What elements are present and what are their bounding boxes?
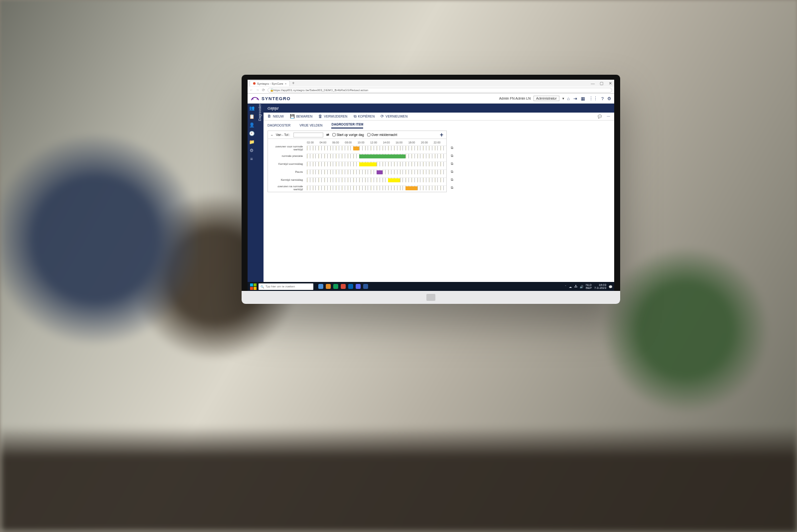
windows-taskbar: 🔍 Typ hier om te zoeken ˄ ☁ 🖧 🔊 NLD B	[248, 282, 614, 291]
role-select[interactable]: Administrator	[533, 96, 559, 101]
row-copy-icon[interactable]: ⧉	[451, 154, 453, 158]
time-header: 02:0004:0006:0008:0010:0012:0014:0016:00…	[307, 139, 446, 144]
schedule-bar[interactable]	[353, 146, 359, 150]
tray-cloud-icon[interactable]: ☁	[569, 285, 572, 288]
close-button[interactable]: ✕	[609, 81, 612, 86]
header-icons: ⌂ ⇥ ▦ ⋮⋮ ? ⚙	[567, 96, 611, 101]
tray-clock[interactable]: 18:03 7-3-2023	[594, 283, 606, 289]
rail-icon-2[interactable]: 📋	[249, 114, 255, 119]
row-copy-icon[interactable]: ⧉	[451, 162, 453, 166]
url-text: https://app001.syntegro.be/Sales003_DEMO…	[273, 89, 368, 92]
taskbar-app-3[interactable]	[333, 284, 338, 289]
notifications-icon[interactable]: 💬	[609, 285, 612, 288]
apps-icon[interactable]: ⋮⋮	[589, 96, 598, 101]
minimize-button[interactable]: —	[591, 81, 595, 86]
maximize-button[interactable]: ▢	[600, 81, 604, 86]
row-track[interactable]	[307, 161, 446, 166]
nieuw-button[interactable]: 🗎NIEUW	[267, 114, 284, 119]
row-track[interactable]	[307, 185, 446, 190]
tray-volume-icon[interactable]: 🔊	[580, 285, 583, 288]
vernieuwen-label: VERNIEUWEN	[386, 115, 407, 118]
vernieuwen-button[interactable]: ⟳VERNIEUWEN	[381, 114, 407, 119]
nieuw-label: NIEUW	[273, 115, 284, 118]
collapse-icon[interactable]: –	[271, 133, 273, 136]
kopieren-button[interactable]: ⧉KOPIËREN	[354, 114, 375, 119]
row-track[interactable]	[307, 177, 446, 182]
schedule-bar[interactable]	[405, 186, 417, 190]
rail-icon-5[interactable]: 📁	[249, 139, 255, 144]
verwijderen-button[interactable]: 🗑VERWIJDEREN	[318, 114, 347, 119]
start-vorige-label: Start op vorige dag	[337, 133, 364, 136]
tab-title: Syntegro - SynCore	[257, 82, 283, 85]
forward-icon[interactable]: →	[256, 88, 260, 92]
taskbar-app-1[interactable]	[318, 284, 323, 289]
row-track[interactable]	[307, 145, 446, 150]
logout-icon[interactable]: ⇥	[573, 96, 577, 101]
screen: Syntegro - SynCore × + — ▢ ✕ ← → ⟳ 🔒 htt…	[248, 80, 614, 291]
clock-date: 7-3-2023	[594, 286, 606, 289]
rail-icon-7[interactable]: ≡	[250, 156, 253, 161]
schedule-bar[interactable]	[359, 154, 405, 158]
row-track[interactable]	[307, 153, 446, 158]
rail-icon-1[interactable]: 👥	[249, 106, 255, 111]
taskbar-app-4[interactable]	[341, 284, 346, 289]
more-icon[interactable]: ⋯	[607, 115, 610, 119]
comment-icon[interactable]: 💬	[598, 115, 602, 119]
url-input[interactable]: 🔒 https://app001.syntegro.be/Sales003_DE…	[267, 88, 612, 93]
schedule-bar[interactable]	[377, 170, 383, 174]
row-track[interactable]	[307, 169, 446, 174]
row-copy-icon[interactable]: ⧉	[451, 146, 453, 150]
tray-network-icon[interactable]: 🖧	[574, 285, 577, 288]
help-icon[interactable]: ?	[601, 96, 604, 101]
monitor-logo	[426, 294, 435, 301]
gear-icon[interactable]: ⚙	[607, 96, 611, 101]
bewaren-label: BEWAREN	[296, 115, 313, 118]
taskbar-search[interactable]: 🔍 Typ hier om te zoeken	[259, 283, 313, 290]
schedule-header: – Van - Tot : ⇄ Start op vorige dag Over…	[268, 131, 446, 139]
favicon-icon	[253, 82, 256, 85]
home-icon[interactable]: ⌂	[567, 96, 570, 101]
timeline-row: Kerntijd voormiddag⧉	[307, 160, 446, 168]
detail-tabs: DAGROOSTER VRIJE VELDEN DAGROOSTER ITEM	[264, 121, 614, 129]
grid-icon[interactable]: ▦	[581, 96, 585, 101]
tab-dagrooster-item[interactable]: DAGROOSTER ITEM	[331, 123, 363, 129]
start-vorige-check[interactable]: Start op vorige dag	[332, 133, 364, 136]
van-tot-input[interactable]	[293, 133, 323, 137]
rail-icon-3[interactable]: 👤	[249, 123, 255, 128]
swap-icon[interactable]: ⇄	[326, 133, 329, 137]
refresh-icon: ⟳	[381, 114, 384, 119]
tray-chevron-icon[interactable]: ˄	[565, 285, 566, 288]
search-icon: 🔍	[261, 285, 264, 288]
rail-icon-6[interactable]: ⚙	[250, 148, 254, 153]
schedule-bar[interactable]	[359, 162, 377, 166]
add-row-button[interactable]: +	[440, 132, 443, 138]
new-tab-button[interactable]: +	[292, 81, 294, 86]
schedule-bar[interactable]	[388, 178, 399, 182]
back-icon[interactable]: ←	[250, 88, 254, 92]
start-button[interactable]	[250, 283, 257, 290]
timeline-row: Kerntijd namiddag⧉	[307, 176, 446, 184]
user-area: Admin FN Admin LN Administrator ▾ ⌂ ⇥ ▦ …	[499, 96, 611, 101]
taskbar-app-5[interactable]	[348, 284, 353, 289]
row-copy-icon[interactable]: ⧉	[451, 170, 453, 174]
tab-dagrooster[interactable]: DAGROOSTER	[267, 124, 290, 129]
over-middernacht-check[interactable]: Over middernacht	[367, 133, 398, 136]
brand-name: SYNTEGRO	[262, 96, 291, 101]
van-tot-label: Van - Tot :	[276, 133, 290, 136]
action-toolbar: 🗎NIEUW 💾BEWAREN 🗑VERWIJDEREN ⧉KOPIËREN ⟳…	[264, 113, 614, 121]
taskbar-app-7[interactable]	[363, 284, 368, 289]
tab-vrije-velden[interactable]: VRIJE VELDEN	[299, 124, 322, 129]
taskbar-app-6[interactable]	[356, 284, 361, 289]
dropdown-icon[interactable]: ▾	[562, 97, 564, 101]
user-name: Admin FN Admin LN	[499, 97, 531, 100]
close-icon[interactable]: ×	[285, 82, 287, 85]
taskbar-app-2[interactable]	[326, 284, 331, 289]
row-copy-icon[interactable]: ⧉	[451, 186, 453, 190]
reload-icon[interactable]: ⟳	[262, 88, 266, 92]
bewaren-button[interactable]: 💾BEWAREN	[290, 114, 313, 119]
rail-icon-4[interactable]: 🕘	[249, 131, 255, 136]
browser-tab[interactable]: Syntegro - SynCore ×	[250, 80, 290, 86]
tray-lang[interactable]: NLD BEP	[586, 283, 592, 289]
search-placeholder: Typ hier om te zoeken	[266, 285, 295, 288]
row-copy-icon[interactable]: ⧉	[451, 178, 453, 182]
